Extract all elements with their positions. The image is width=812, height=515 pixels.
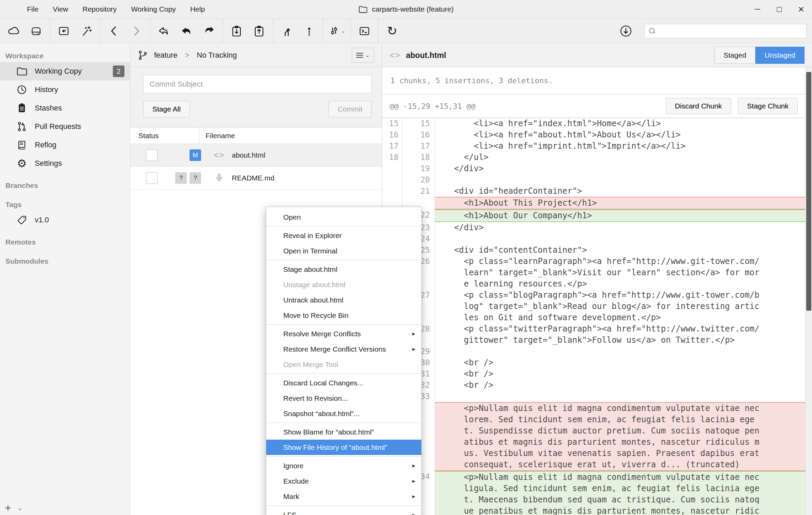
diff-line-add[interactable]: +34<p>Nullam quis elit id magna condimen… xyxy=(382,471,805,515)
diff-line[interactable]: 31<br /> xyxy=(382,368,805,380)
sidebar-item-working-copy[interactable]: Working Copy2 xyxy=(0,62,130,80)
diff-line[interactable]: 30<br /> xyxy=(382,357,805,368)
column-header-filename[interactable]: Filename xyxy=(199,132,235,140)
sidebar-item-v1-0[interactable]: v1.0 xyxy=(0,211,130,229)
context-menu-item-mark[interactable]: Mark▸ xyxy=(266,489,421,504)
diff-line[interactable]: 1616<li><a href="about.html">About Us</a… xyxy=(382,129,805,141)
diff-line[interactable]: 1717<li><a href="imprint.html">Imprint</… xyxy=(382,141,805,152)
menubar-item-help[interactable]: Help xyxy=(183,0,212,18)
context-menu-item-open-merge-tool[interactable]: Open Merge Tool xyxy=(266,357,421,372)
stash-pull-icon[interactable] xyxy=(226,21,247,41)
stage-checkbox[interactable] xyxy=(146,172,157,184)
stage-chunk-button[interactable]: Stage Chunk xyxy=(738,98,798,114)
menubar-item-repository[interactable]: Repository xyxy=(75,0,124,18)
commit-button[interactable]: Commit xyxy=(329,101,372,117)
context-menu-item-open-in-terminal[interactable]: Open in Terminal xyxy=(266,243,421,259)
sidebar-section-workspace[interactable]: Workspace xyxy=(0,50,130,62)
context-menu-item-revert-to-revision[interactable]: Revert to Revision... xyxy=(266,391,421,406)
minimize-button[interactable]: ─ xyxy=(747,0,768,18)
diff-line[interactable]: 19</div> xyxy=(382,163,805,174)
diff-line[interactable]: 28<p class="twitterParagraph"><a href="h… xyxy=(382,323,805,346)
diff-line-add[interactable]: +22<h1>About Our Company</h1> xyxy=(382,209,805,222)
discard-chunk-button[interactable]: Discard Chunk xyxy=(666,98,731,114)
diff-line[interactable]: 25<div id="contentContainer"> xyxy=(382,245,805,256)
undo-arrow-icon[interactable] xyxy=(176,21,197,41)
sidebar-section-submodules[interactable]: Submodules xyxy=(0,255,130,267)
sidebar-section-remotes[interactable]: Remotes xyxy=(0,236,130,248)
context-menu-item-show-blame-for-about-html[interactable]: Show Blame for “about.html” xyxy=(266,424,421,440)
refresh-icon[interactable]: ↻ xyxy=(382,21,402,41)
context-menu-item-open[interactable]: Open xyxy=(266,209,421,225)
redo-arrow-icon[interactable] xyxy=(199,21,219,41)
scrollbar-track[interactable] xyxy=(805,67,812,515)
context-menu-item-lfs[interactable]: LFS▸ xyxy=(266,507,421,515)
nav-back-icon[interactable] xyxy=(104,21,124,41)
diff-line[interactable]: 1515<li><a href="index.html">Home</a></l… xyxy=(382,118,805,129)
context-menu-item-restore-merge-conflict-versions[interactable]: Restore Merge Conflict Versions▸ xyxy=(266,341,421,357)
diff-line[interactable]: 33 xyxy=(382,391,805,402)
menubar-item-working-copy[interactable]: Working Copy xyxy=(124,0,183,18)
gitflow-icon[interactable]: ⌄ xyxy=(327,21,347,41)
folder-return-icon[interactable] xyxy=(54,21,74,41)
diff-line[interactable]: 20 xyxy=(382,174,805,186)
context-menu-item-stage-about-html[interactable]: Stage about.html xyxy=(266,262,421,277)
file-row-about-html[interactable]: M<>about.html xyxy=(130,144,382,167)
sidebar-item-reflog[interactable]: Reflog xyxy=(0,136,130,154)
context-menu-item-untrack-about-html[interactable]: Untrack about.html xyxy=(266,292,421,308)
context-menu-item-move-to-recycle-bin[interactable]: Move to Recycle Bin xyxy=(266,308,421,323)
maximize-button[interactable]: □ xyxy=(768,0,790,18)
diff-line-del[interactable]: <p>Nullam quis elit id magna condimentum… xyxy=(382,402,805,471)
diff-line[interactable]: 23</div> xyxy=(382,222,805,233)
stash-push-icon[interactable] xyxy=(249,21,269,41)
add-repository-button[interactable]: + xyxy=(5,503,11,513)
menubar-item-view[interactable]: View xyxy=(46,0,75,18)
sidebar-item-pull-requests[interactable]: Pull Requests xyxy=(0,117,130,136)
file-row-readme-md[interactable]: ??README.md xyxy=(130,167,382,190)
sidebar-item-stashes[interactable]: Stashes xyxy=(0,99,130,117)
sidebar-section-tags[interactable]: Tags xyxy=(0,198,130,211)
diff-line[interactable]: 21<div id="headerContainer"> xyxy=(382,186,805,197)
nav-forward-icon[interactable] xyxy=(126,21,147,41)
tab-unstaged[interactable]: Unstaged xyxy=(755,47,805,64)
share-arrow-icon[interactable] xyxy=(154,21,174,41)
download-circle-icon[interactable] xyxy=(616,21,636,41)
close-button[interactable]: × xyxy=(790,0,812,18)
diff-line[interactable]: 32<br /> xyxy=(382,380,805,391)
search-box[interactable] xyxy=(644,24,807,38)
cloud-icon[interactable] xyxy=(3,21,24,41)
tab-staged[interactable]: Staged xyxy=(715,47,756,64)
diff-line-del[interactable]: <h1>About This Project</h1> xyxy=(382,197,805,209)
drive-icon[interactable] xyxy=(26,21,46,41)
sidebar-item-settings[interactable]: ⚙Settings xyxy=(0,154,130,173)
chevron-down-icon[interactable]: ⌄ xyxy=(17,504,23,512)
current-branch[interactable]: feature xyxy=(154,51,178,60)
diff-line[interactable]: 27<p class="blogParagraph"><a href="http… xyxy=(382,290,805,323)
context-menu-item-ignore[interactable]: Ignore▸ xyxy=(266,458,421,473)
context-menu-item-show-file-history-of-about-html[interactable]: Show File History of “about.html” xyxy=(266,440,421,455)
rebase-icon[interactable] xyxy=(299,21,319,41)
stage-checkbox[interactable] xyxy=(146,149,157,161)
branch-options-button[interactable]: ⌄ xyxy=(352,48,374,63)
stage-all-button[interactable]: Stage All xyxy=(143,101,190,117)
context-menu-item-discard-local-changes[interactable]: Discard Local Changes... xyxy=(266,375,421,391)
terminal-icon[interactable] xyxy=(354,21,375,41)
context-menu-item-unstage-about-html[interactable]: Unstage about.html xyxy=(266,277,421,292)
tracking-status[interactable]: No Tracking xyxy=(197,51,237,60)
context-menu-item-exclude[interactable]: Exclude▸ xyxy=(266,473,421,489)
scrollbar-thumb[interactable] xyxy=(806,72,811,311)
diff-line[interactable]: 24 xyxy=(382,233,805,245)
context-menu-item-resolve-merge-conflicts[interactable]: Resolve Merge Conflicts▸ xyxy=(266,326,421,341)
commit-subject-input[interactable] xyxy=(143,75,372,93)
search-input[interactable] xyxy=(659,27,802,35)
menubar-item-file[interactable]: File xyxy=(20,0,46,18)
column-header-status[interactable]: Status xyxy=(130,128,199,144)
merge-icon[interactable] xyxy=(276,21,297,41)
sidebar-item-history[interactable]: History xyxy=(0,80,130,99)
context-menu-item-snapshot-about-html[interactable]: Snapshot “about.html”... xyxy=(266,406,421,421)
diff-line[interactable]: 29 xyxy=(382,346,805,357)
diff-line[interactable]: 1818</ul> xyxy=(382,152,805,163)
magic-wand-icon[interactable] xyxy=(76,21,96,41)
diff-line[interactable]: 26<p class="learnParagraph"><a href="htt… xyxy=(382,256,805,290)
sidebar-section-branches[interactable]: Branches xyxy=(0,179,130,192)
context-menu-item-reveal-in-explorer[interactable]: Reveal in Explorer xyxy=(266,228,421,243)
